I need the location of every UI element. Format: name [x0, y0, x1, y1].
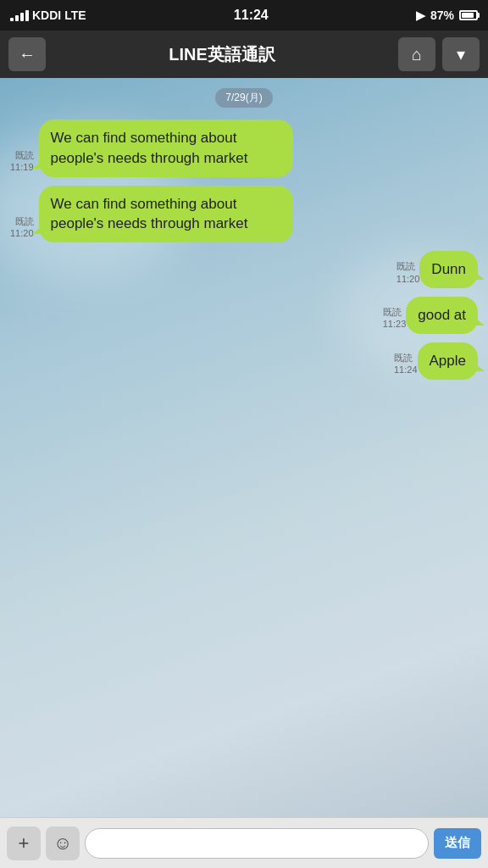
home-icon: ⌂: [412, 45, 422, 64]
back-button[interactable]: ←: [8, 37, 46, 71]
nav-bar: ← LINE英語通訳 ⌂ ▾: [0, 31, 488, 78]
home-button[interactable]: ⌂: [398, 37, 435, 71]
message-text: Dunn: [431, 261, 466, 277]
battery-icon: [459, 10, 478, 20]
nav-title: LINE英語通訳: [46, 43, 398, 66]
battery-percent: 87%: [430, 8, 454, 22]
signal-icon: [10, 10, 29, 21]
message-row: 既読 11:24 Apple: [10, 342, 478, 380]
play-icon: ▶: [416, 8, 425, 22]
read-label: 既読: [394, 352, 418, 364]
message-bubble: good at: [406, 297, 478, 334]
input-bar: + ☺ 送信: [0, 817, 488, 868]
message-text: good at: [418, 307, 466, 323]
network-label: LTE: [64, 8, 86, 22]
message-bubble: We can find something about people's nee…: [39, 120, 293, 177]
date-label: 7/29(月): [215, 88, 272, 108]
date-badge: 7/29(月): [10, 88, 478, 108]
add-button[interactable]: +: [7, 826, 41, 860]
message-bubble: Dunn: [419, 251, 478, 288]
back-icon: ←: [19, 45, 36, 64]
time-label: 11:23: [383, 318, 407, 330]
message-text: We can find something about people's nee…: [51, 196, 248, 232]
message-meta: 既読 11:20: [396, 260, 420, 285]
message-row: 既読 11:23 good at: [10, 297, 478, 334]
message-row: 既読 11:20 We can find something about peo…: [10, 186, 478, 243]
message-meta: 既読 11:19: [10, 149, 34, 174]
read-label: 既読: [383, 306, 407, 318]
status-time: 11:24: [234, 8, 269, 23]
status-bar: KDDI LTE 11:24 ▶ 87%: [0, 0, 488, 31]
send-button[interactable]: 送信: [434, 828, 481, 859]
time-label: 11:24: [394, 364, 418, 376]
read-label: 既読: [10, 215, 34, 227]
message-row: 既読 11:19 We can find something about peo…: [10, 120, 478, 177]
message-text: We can find something about people's nee…: [51, 130, 248, 166]
read-label: 既読: [10, 149, 34, 161]
message-meta: 既読 11:23: [383, 306, 407, 331]
plus-icon: +: [19, 832, 30, 854]
status-right: ▶ 87%: [416, 8, 478, 22]
message-bubble: We can find something about people's nee…: [39, 186, 293, 243]
message-meta: 既読 11:20: [10, 215, 34, 240]
emoji-button[interactable]: ☺: [46, 826, 80, 860]
chevron-down-icon: ▾: [457, 44, 465, 64]
dropdown-button[interactable]: ▾: [442, 37, 480, 71]
message-meta: 既読 11:24: [394, 352, 418, 376]
message-input[interactable]: [85, 828, 429, 859]
time-label: 11:19: [10, 161, 34, 173]
chat-area: 7/29(月) 既読 11:19 We can find something a…: [0, 78, 488, 817]
status-carrier: KDDI LTE: [10, 8, 86, 22]
message-bubble: Apple: [418, 342, 478, 380]
time-label: 11:20: [10, 227, 34, 239]
time-label: 11:20: [396, 273, 420, 285]
read-label: 既読: [396, 260, 420, 272]
smiley-icon: ☺: [53, 832, 72, 854]
message-text: Apple: [430, 353, 466, 369]
nav-right-buttons: ⌂ ▾: [398, 37, 480, 71]
carrier-label: KDDI: [32, 8, 61, 22]
message-row: 既読 11:20 Dunn: [10, 251, 478, 288]
